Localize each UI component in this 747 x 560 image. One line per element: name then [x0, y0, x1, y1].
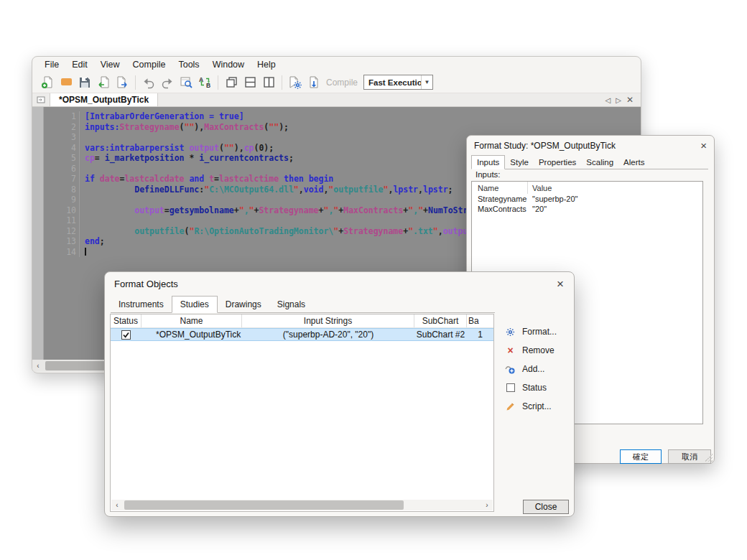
code-line: 1[IntrabarOrderGeneration = true]: [44, 111, 641, 122]
save-button[interactable]: [75, 74, 94, 91]
studies-table[interactable]: Status Name Input Strings SubChart Ba *O…: [110, 314, 494, 512]
menu-item-help[interactable]: Help: [251, 58, 282, 71]
status-button[interactable]: Status: [505, 378, 574, 397]
scroll-left-arrow[interactable]: ‹: [32, 360, 44, 372]
tab-instruments[interactable]: Instruments: [111, 297, 172, 312]
tab-inputs[interactable]: Inputs: [471, 155, 505, 169]
format-objects-titlebar: Format Objects ×: [105, 272, 574, 292]
editor-margin-strip: [32, 107, 44, 360]
format-study-close-icon[interactable]: ×: [700, 141, 707, 150]
menu-item-edit[interactable]: Edit: [65, 58, 94, 71]
script-button-label: Script...: [522, 401, 552, 411]
side-button-panel: Format... × Remove Add... Status Script.…: [505, 322, 574, 416]
editor-tab-label: *OPSM_OutputByTick: [59, 95, 149, 105]
cascade-windows-button[interactable]: [222, 74, 241, 91]
inputs-list-header: Name Value: [472, 182, 702, 194]
editor-tab[interactable]: *OPSM_OutputByTick: [50, 93, 158, 106]
gear-icon: [505, 327, 516, 337]
format-study-tabs: Inputs Style Properties Scaling Alerts: [471, 155, 708, 169]
resize-grip[interactable]: [705, 454, 713, 462]
toolbar-separator: [135, 75, 136, 90]
tab-scroll-right-icon[interactable]: ▷: [616, 96, 621, 104]
tab-studies[interactable]: Studies: [172, 296, 218, 313]
column-input-strings: Input Strings: [242, 314, 414, 327]
comment-icon: [60, 75, 73, 89]
compile-mode-dropdown[interactable]: Fast Execution ▼: [363, 75, 433, 90]
compile-label: Compile: [326, 78, 358, 88]
tab-signals[interactable]: Signals: [269, 297, 313, 312]
split-horizontal-icon: [243, 75, 257, 89]
column-name: Name: [141, 314, 242, 327]
pencil-icon: [505, 401, 516, 412]
import-script-button[interactable]: [94, 74, 113, 91]
export-script-button[interactable]: [113, 74, 131, 91]
find-button[interactable]: [177, 74, 195, 91]
import-script-icon: [97, 75, 111, 89]
scrollbar-track[interactable]: [123, 500, 481, 510]
tab-scaling[interactable]: Scaling: [581, 157, 618, 169]
dropdown-arrow-icon[interactable]: ▼: [421, 75, 432, 89]
menu-item-tools[interactable]: Tools: [172, 58, 205, 71]
new-script-button[interactable]: [38, 74, 57, 91]
study-subchart-cell: SubChart #2: [414, 329, 467, 340]
add-button[interactable]: Add...: [505, 360, 574, 378]
format-objects-tabs: Instruments Studies Drawings Signals: [111, 296, 495, 313]
redo-button[interactable]: [158, 74, 177, 91]
inputs-section-label: Inputs:: [475, 170, 501, 179]
split-horizontal-button[interactable]: [241, 74, 259, 91]
tab-nav: ◁ ▷ ✕: [606, 93, 641, 106]
editor-tabbar: *OPSM_OutputByTick ◁ ▷ ✕: [32, 93, 641, 107]
format-objects-dialog: Format Objects × Instruments Studies Dra…: [104, 271, 575, 517]
add-study-icon: [505, 364, 516, 375]
study-status-cell: [111, 329, 141, 340]
format-study-title: Format Study: *OPSM_OutputByTick: [474, 141, 616, 151]
tab-alerts[interactable]: Alerts: [618, 157, 649, 169]
save-icon: [78, 76, 91, 89]
find-icon: [180, 75, 193, 89]
format-button[interactable]: Format...: [505, 322, 574, 341]
menu-item-view[interactable]: View: [94, 58, 126, 71]
script-button[interactable]: Script...: [505, 397, 574, 416]
format-objects-close-icon[interactable]: ×: [557, 280, 564, 289]
column-name: Name: [472, 182, 528, 194]
code-line: 2inputs:Strategyname(""),MaxContracts(""…: [44, 122, 641, 133]
input-row[interactable]: Strategyname"superbp-20": [472, 194, 702, 204]
format-button-label: Format...: [522, 327, 557, 337]
menu-item-compile[interactable]: Compile: [126, 58, 172, 71]
studies-table-header: Status Name Input Strings SubChart Ba: [111, 314, 493, 328]
comment-button[interactable]: [57, 74, 75, 91]
script-list-icon[interactable]: [32, 93, 50, 106]
study-row-selected[interactable]: *OPSM_OutputByTick ("superbp-AD-20", "20…: [111, 328, 493, 341]
text-caret: [85, 248, 86, 256]
input-value: "superbp-20": [528, 195, 577, 203]
undo-icon: [141, 76, 156, 89]
scroll-left-arrow[interactable]: ‹: [111, 499, 123, 511]
tab-drawings[interactable]: Drawings: [218, 297, 269, 312]
ok-button[interactable]: 確定: [620, 449, 662, 464]
replace-icon: AB: [198, 75, 212, 89]
input-row[interactable]: MaxContracts"20": [472, 204, 702, 214]
tab-close-icon[interactable]: ✕: [626, 95, 634, 105]
close-button[interactable]: Close: [523, 500, 569, 514]
tab-scroll-left-icon[interactable]: ◁: [606, 96, 611, 104]
column-base: Ba: [467, 314, 493, 327]
inputs-rows: Strategyname"superbp-20"MaxContracts"20": [472, 194, 702, 214]
compile-settings-button[interactable]: [286, 74, 305, 91]
tab-properties[interactable]: Properties: [534, 157, 581, 169]
compile-icon: [307, 75, 321, 89]
toolbar: AB Compile Fast Execution ▼: [32, 72, 641, 93]
undo-button[interactable]: [139, 74, 158, 91]
menu-item-file[interactable]: File: [38, 58, 65, 71]
scroll-right-arrow[interactable]: ›: [481, 499, 493, 511]
remove-button[interactable]: × Remove: [505, 341, 574, 360]
study-base-cell: 1: [467, 329, 493, 340]
split-vertical-button[interactable]: [259, 74, 278, 91]
tab-style[interactable]: Style: [505, 157, 534, 169]
replace-button[interactable]: AB: [195, 74, 214, 91]
menu-item-window[interactable]: Window: [206, 58, 251, 71]
format-study-titlebar: Format Study: *OPSM_OutputByTick ×: [467, 136, 714, 154]
study-enabled-checkbox[interactable]: [121, 330, 131, 340]
scrollbar-thumb[interactable]: [124, 500, 404, 510]
compile-button[interactable]: [305, 74, 323, 91]
redo-icon: [160, 76, 175, 89]
